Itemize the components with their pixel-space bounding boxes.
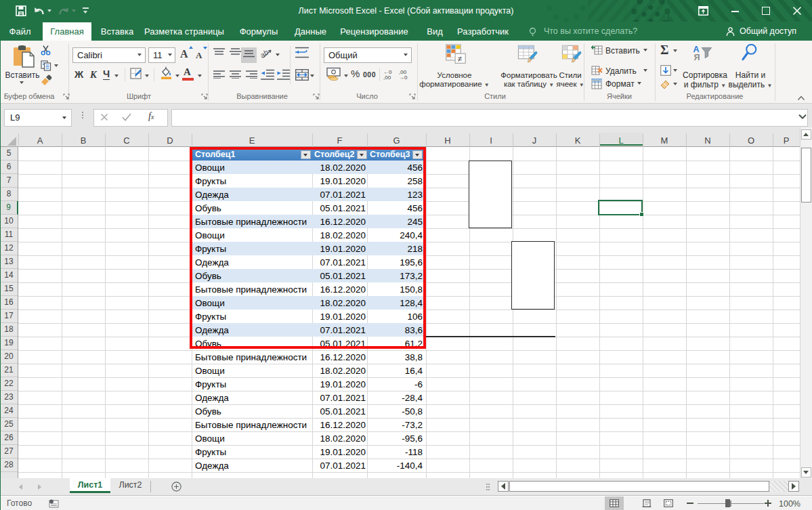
svg-text:,00: ,00 [383, 75, 391, 80]
svg-text:≠: ≠ [458, 55, 462, 63]
svg-text:Я: Я [694, 53, 700, 62]
svg-text:→0: →0 [399, 75, 408, 80]
svg-text:ab: ab [261, 48, 270, 60]
